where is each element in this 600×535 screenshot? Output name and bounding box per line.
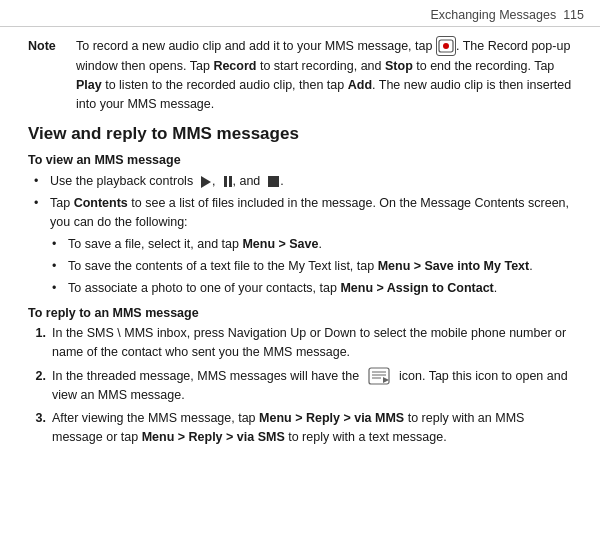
stop-bold: Stop bbox=[385, 59, 413, 73]
note-label: Note bbox=[28, 37, 64, 113]
page-header: Exchanging Messages 115 bbox=[0, 0, 600, 27]
section-heading: View and reply to MMS messages bbox=[28, 123, 572, 145]
mms-icon bbox=[368, 367, 390, 385]
sub-bullet-1: To save a file, select it, and tap Menu … bbox=[46, 235, 572, 254]
menu-save-bold: Menu > Save bbox=[242, 237, 318, 251]
record-icon bbox=[436, 36, 456, 56]
reply-step-3: 3. After viewing the MMS message, tap Me… bbox=[28, 409, 572, 447]
add-bold: Add bbox=[348, 78, 372, 92]
play-icon bbox=[201, 176, 211, 188]
note-text: To record a new audio clip and add it to… bbox=[76, 37, 572, 113]
svg-rect-2 bbox=[369, 368, 389, 384]
header-text: Exchanging Messages bbox=[430, 8, 556, 22]
view-bullet-list: Use the playback controls , , and . Tap … bbox=[28, 172, 572, 231]
svg-point-1 bbox=[443, 43, 449, 49]
record-bold: Record bbox=[213, 59, 256, 73]
sub-bullet-3: To associate a photo to one of your cont… bbox=[46, 279, 572, 298]
menu-save-into-bold: Menu > Save into My Text bbox=[378, 259, 530, 273]
menu-reply-sms-bold: Menu > Reply > via SMS bbox=[142, 430, 285, 444]
note-block: Note To record a new audio clip and add … bbox=[28, 37, 572, 113]
page-number: 115 bbox=[563, 8, 584, 22]
main-content: Note To record a new audio clip and add … bbox=[0, 33, 600, 460]
view-bullet-1: Use the playback controls , , and . bbox=[28, 172, 572, 191]
view-bullet-2: Tap Contents to see a list of files incl… bbox=[28, 194, 572, 232]
view-heading: To view an MMS message bbox=[28, 151, 572, 170]
reply-heading: To reply to an MMS message bbox=[28, 304, 572, 323]
play-bold: Play bbox=[76, 78, 102, 92]
reply-step-2: 2. In the threaded message, MMS messages… bbox=[28, 367, 572, 405]
reply-steps-list: 1. In the SMS \ MMS inbox, press Navigat… bbox=[28, 324, 572, 447]
pause-icon bbox=[224, 176, 232, 187]
contents-bold: Contents bbox=[74, 196, 128, 210]
sub-bullet-list: To save a file, select it, and tap Menu … bbox=[46, 235, 572, 297]
menu-reply-mms-bold: Menu > Reply > via MMS bbox=[259, 411, 404, 425]
reply-step-1: 1. In the SMS \ MMS inbox, press Navigat… bbox=[28, 324, 572, 362]
sub-bullet-2: To save the contents of a text file to t… bbox=[46, 257, 572, 276]
stop-icon bbox=[268, 176, 279, 187]
menu-assign-bold: Menu > Assign to Contact bbox=[340, 281, 493, 295]
